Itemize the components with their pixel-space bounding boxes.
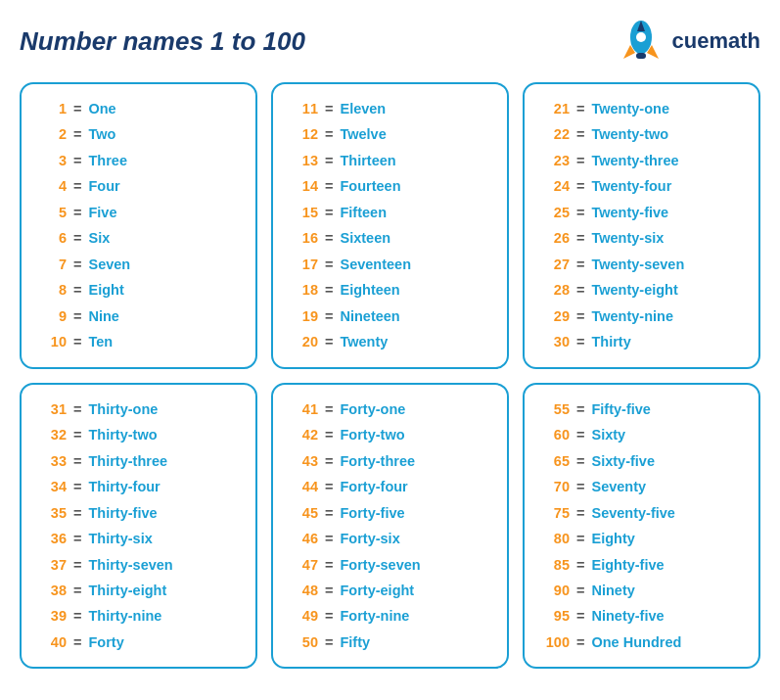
equals-sign: = (73, 331, 81, 352)
number-name: Twenty-seven (591, 254, 684, 275)
number-value: 8 (39, 279, 67, 301)
equals-sign: = (325, 450, 333, 472)
number-name: Fourteen (340, 175, 400, 197)
table-row: 41=Forty-one (291, 398, 489, 420)
number-name: Twenty-four (591, 175, 671, 197)
equals-sign: = (576, 554, 584, 576)
number-value: 11 (291, 98, 318, 119)
number-name: Sixty-five (591, 450, 654, 472)
number-value: 80 (542, 528, 570, 549)
number-name: Twenty (340, 331, 388, 352)
equals-sign: = (73, 424, 81, 445)
equals-sign: = (576, 450, 584, 472)
equals-sign: = (73, 305, 81, 327)
table-row: 40=Forty (39, 631, 238, 653)
table-row: 6=Six (39, 227, 238, 249)
table-row: 65=Sixty-five (542, 450, 741, 472)
box-21-30: 21=Twenty-one22=Twenty-two23=Twenty-thre… (523, 82, 760, 369)
logo-area: cuemath (618, 18, 760, 65)
table-row: 85=Eighty-five (542, 554, 741, 576)
table-row: 42=Forty-two (291, 424, 489, 445)
number-name: Three (88, 150, 127, 171)
number-name: Forty-two (340, 424, 404, 445)
table-row: 33=Thirty-three (39, 450, 238, 472)
table-row: 38=Thirty-eight (39, 580, 238, 601)
number-name: Thirty-three (88, 450, 167, 472)
number-name: Twenty-three (591, 150, 678, 171)
table-row: 36=Thirty-six (39, 528, 238, 549)
row-2: 31=Thirty-one32=Thirty-two33=Thirty-thre… (20, 383, 760, 670)
equals-sign: = (576, 424, 584, 445)
equals-sign: = (576, 605, 584, 627)
number-value: 26 (542, 227, 570, 249)
number-value: 5 (39, 202, 67, 223)
table-row: 16=Sixteen (291, 227, 489, 249)
number-name: Ninety (591, 580, 634, 601)
equals-sign: = (73, 123, 81, 145)
table-row: 8=Eight (39, 279, 238, 301)
table-row: 70=Seventy (542, 476, 741, 497)
table-row: 30=Thirty (542, 331, 741, 352)
number-value: 43 (291, 450, 318, 472)
number-name: Sixty (591, 424, 625, 445)
number-name: One Hundred (591, 631, 681, 653)
equals-sign: = (576, 202, 584, 223)
table-row: 48=Forty-eight (291, 580, 489, 601)
equals-sign: = (576, 580, 584, 601)
table-row: 2=Two (39, 123, 238, 145)
number-name: Sixteen (340, 227, 390, 249)
number-value: 28 (542, 279, 570, 301)
number-value: 38 (39, 580, 67, 601)
number-value: 20 (291, 331, 318, 352)
box-55-100: 55=Fifty-five60=Sixty65=Sixty-five70=Sev… (523, 383, 760, 670)
equals-sign: = (73, 175, 81, 197)
number-name: Forty-six (340, 528, 399, 549)
number-value: 85 (542, 554, 570, 576)
table-row: 11=Eleven (291, 98, 489, 119)
number-name: Forty-seven (340, 554, 420, 576)
number-name: Twelve (340, 123, 386, 145)
number-name: Twenty-five (591, 202, 668, 223)
table-row: 50=Fifty (291, 631, 489, 653)
table-row: 60=Sixty (542, 424, 741, 445)
number-value: 37 (39, 554, 67, 576)
table-row: 19=Nineteen (291, 305, 489, 327)
number-name: Thirteen (340, 150, 395, 171)
number-name: Fifteen (340, 202, 387, 223)
number-value: 17 (291, 254, 318, 275)
equals-sign: = (325, 476, 333, 497)
number-value: 16 (291, 227, 318, 249)
number-value: 55 (542, 398, 570, 420)
number-value: 2 (39, 123, 67, 145)
number-name: Forty-one (340, 398, 405, 420)
equals-sign: = (73, 476, 81, 497)
number-value: 22 (542, 123, 570, 145)
number-value: 60 (542, 424, 570, 445)
equals-sign: = (325, 202, 333, 223)
number-name: Eight (88, 279, 123, 301)
table-row: 4=Four (39, 175, 238, 197)
table-row: 47=Forty-seven (291, 554, 489, 576)
number-value: 32 (39, 424, 67, 445)
equals-sign: = (325, 254, 333, 275)
number-name: Twenty-two (591, 123, 668, 145)
number-value: 40 (39, 631, 67, 653)
row-1: 1=One2=Two3=Three4=Four5=Five6=Six7=Seve… (20, 82, 760, 369)
equals-sign: = (325, 98, 333, 119)
number-value: 27 (542, 254, 570, 275)
number-value: 19 (291, 305, 318, 327)
equals-sign: = (576, 631, 584, 653)
number-value: 48 (291, 580, 318, 601)
number-name: Thirty-one (88, 398, 158, 420)
table-row: 26=Twenty-six (542, 227, 741, 249)
number-name: Thirty-four (88, 476, 160, 497)
number-value: 29 (542, 305, 570, 327)
equals-sign: = (325, 528, 333, 549)
number-value: 65 (542, 450, 570, 472)
number-name: Thirty-seven (88, 554, 172, 576)
number-value: 4 (39, 175, 67, 197)
table-row: 29=Twenty-nine (542, 305, 741, 327)
box-41-50: 41=Forty-one42=Forty-two43=Forty-three44… (271, 383, 509, 670)
table-row: 1=One (39, 98, 238, 119)
table-row: 45=Forty-five (291, 502, 489, 524)
